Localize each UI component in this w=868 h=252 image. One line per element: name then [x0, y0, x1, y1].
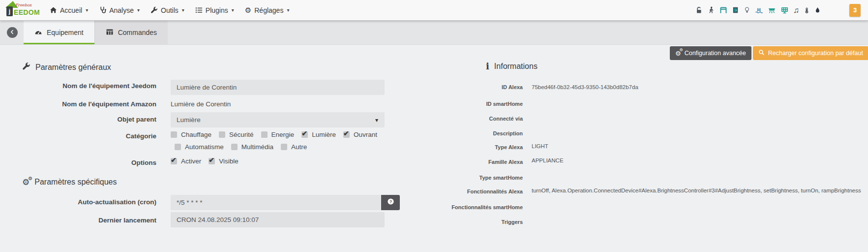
gears-icon: ⚙⚙	[22, 178, 30, 187]
checkbox-label: Sécurité	[229, 131, 254, 138]
checkbox-autre[interactable]: Autre	[281, 143, 307, 151]
section-title-text: Paramètres généraux	[35, 63, 111, 72]
info-value: turnOff, Alexa.Operation.ConnectedDevice…	[532, 188, 861, 193]
checkbox-label: Chauffage	[181, 131, 211, 138]
main-menu: Accueil ▾ Analyse ▾ Outils ▾ Plugins ▾ ⚙…	[44, 0, 295, 20]
checkbox-icon	[343, 131, 350, 138]
logo-name-text: EEDOM	[14, 8, 40, 16]
tabs: Equipement Commandes	[24, 21, 168, 44]
checkbox-automatisme[interactable]: Automatisme	[175, 143, 224, 151]
menu-label: Réglages	[254, 6, 283, 14]
checkbox-icon	[171, 158, 177, 164]
checkbox-chauffage[interactable]: Chauffage	[171, 131, 211, 138]
ac-unit-icon[interactable]	[768, 6, 776, 14]
drop-icon[interactable]	[814, 6, 821, 14]
chevron-left-icon	[9, 28, 15, 37]
field-label: Dernier lancement	[29, 217, 156, 224]
menu-label: Plugins	[206, 6, 228, 14]
field-label: Catégorie	[29, 132, 156, 140]
menu-label: Analyse	[109, 6, 134, 14]
menu-analyse[interactable]: Analyse ▾	[93, 0, 145, 20]
info-label: Type Alexa	[389, 144, 523, 150]
field-label: Nom de l'équipement Jeedom	[29, 82, 156, 90]
checkbox-icon	[281, 144, 287, 150]
info-icon: i	[486, 62, 489, 71]
tab-equipement[interactable]: Equipement	[24, 21, 94, 44]
button-label: Recharger configuration par défaut	[768, 50, 863, 57]
music-icon[interactable]: ♫	[793, 6, 799, 14]
info-label: Type smartHome	[389, 175, 523, 181]
jeedom-logo[interactable]: j Freebox EEDOM	[3, 0, 41, 20]
field-label: Options	[29, 159, 156, 166]
window-icon[interactable]	[719, 6, 727, 14]
walker-icon[interactable]	[708, 6, 715, 14]
cron-input[interactable]	[171, 195, 381, 210]
checkbox-energie[interactable]: Energie	[261, 131, 295, 138]
gear-icon: ⚙	[245, 6, 251, 14]
door-icon[interactable]	[732, 6, 739, 14]
checkbox-label: Activer	[181, 158, 201, 165]
checkbox-label: Ouvrant	[354, 131, 377, 138]
category-checkbox-row-2: Automatisme Multimédia Autre	[175, 143, 314, 151]
bulb-icon[interactable]	[744, 6, 750, 14]
table-icon	[106, 28, 114, 37]
logo-script-text: Freebox	[15, 3, 31, 7]
button-label: Configuration avancée	[685, 50, 746, 57]
search-icon	[758, 49, 765, 57]
tab-commandes[interactable]: Commandes	[94, 21, 168, 44]
advanced-configuration-button[interactable]: ⚙⚙ Configuration avancée	[670, 46, 751, 60]
category-checkbox-row-1: Chauffage Sécurité Energie Lumière Ouvra…	[171, 131, 385, 138]
options-checkbox-row: Activer Visible	[171, 158, 246, 165]
checkbox-icon	[209, 158, 215, 164]
section-title-text: Informations	[494, 62, 538, 71]
toolbar: Equipement Commandes ⚙⚙ Configuration av…	[0, 21, 868, 45]
menu-outils[interactable]: Outils ▾	[145, 0, 190, 20]
checkbox-visible[interactable]: Visible	[209, 158, 239, 165]
checkbox-icon	[231, 144, 238, 150]
menu-label: Outils	[161, 6, 179, 14]
checkbox-label: Autre	[291, 143, 307, 151]
checkbox-label: Multimédia	[241, 143, 273, 151]
checkbox-ouvrant[interactable]: Ouvrant	[343, 131, 377, 138]
gauge-icon	[34, 28, 42, 37]
wrench-icon	[22, 62, 30, 72]
specific-section-title: ⚙⚙ Paramètres spécifiques	[22, 178, 117, 187]
tab-label: Equipement	[47, 29, 84, 36]
chevron-down-icon: ▾	[137, 7, 140, 13]
pool-icon[interactable]	[755, 6, 763, 14]
checkbox-label: Automatisme	[185, 143, 224, 151]
section-title-text: Paramètres spécifiques	[34, 178, 117, 187]
field-label: Nom de l'équipement Amazon	[29, 100, 156, 108]
checkbox-activer[interactable]: Activer	[171, 158, 201, 165]
checkbox-label: Lumière	[312, 131, 336, 138]
solar-panel-icon[interactable]	[780, 6, 789, 14]
field-label: Objet parent	[29, 116, 156, 123]
reload-default-config-button[interactable]: Recharger configuration par défaut	[753, 46, 868, 60]
chevron-down-icon: ▾	[287, 7, 289, 13]
menu-accueil[interactable]: Accueil ▾	[44, 0, 93, 20]
status-summary-bar: ♫	[695, 6, 821, 14]
general-section-title: Paramètres généraux	[22, 62, 111, 72]
checkbox-icon	[219, 131, 225, 138]
checkbox-label: Energie	[271, 131, 295, 138]
unlock-icon[interactable]	[695, 6, 703, 14]
notification-badge[interactable]: 3	[849, 4, 861, 17]
parent-object-select[interactable]: Lumière ▾	[171, 112, 385, 127]
checkbox-securite[interactable]: Sécurité	[219, 131, 254, 138]
info-label: Triggers	[389, 219, 523, 225]
checkbox-multimedia[interactable]: Multimédia	[231, 143, 273, 151]
info-value: 75bed46f-0b32-45d3-9350-143b0d82b7da	[532, 84, 638, 90]
equipment-name-amazon-value: Lumière de Corentin	[171, 100, 231, 108]
menu-plugins[interactable]: Plugins ▾	[190, 0, 239, 20]
wrench-icon	[150, 6, 158, 14]
checkbox-icon	[301, 131, 308, 138]
thermometer-icon[interactable]	[804, 6, 810, 14]
checkbox-icon	[261, 131, 268, 138]
tab-label: Commandes	[118, 29, 157, 36]
menu-reglages[interactable]: ⚙ Réglages ▾	[239, 0, 295, 20]
checkbox-lumiere[interactable]: Lumière	[301, 131, 336, 138]
info-label: Fonctionnalités Alexa	[389, 189, 523, 194]
equipment-name-jeedom-input[interactable]	[171, 80, 385, 95]
svg-text:?: ?	[389, 199, 391, 204]
back-button[interactable]	[7, 27, 18, 38]
